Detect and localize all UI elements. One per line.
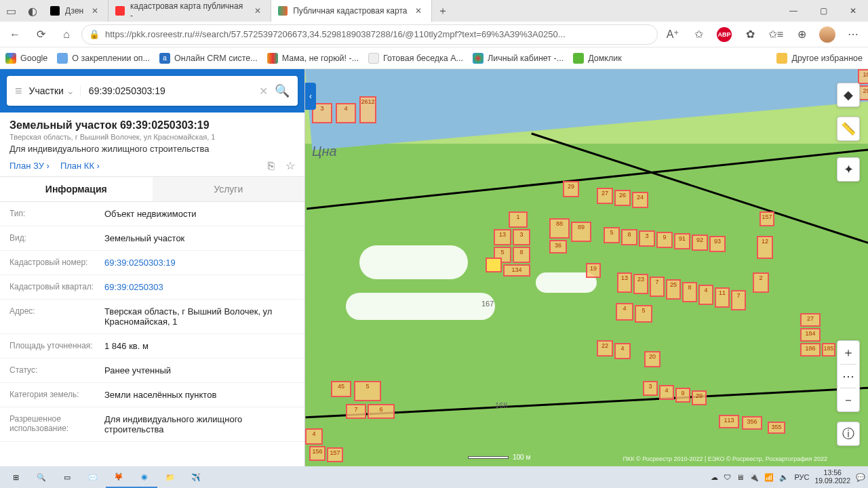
plan-zu-link[interactable]: План ЗУ › (9, 161, 50, 171)
search-header: ≡ Участки ⌄ ✕ 🔍 (0, 69, 304, 113)
close-button[interactable]: ✕ (838, 0, 868, 22)
info-icon: ⓘ (837, 422, 860, 445)
info-button[interactable]: ⓘ (837, 422, 860, 446)
tray-icon[interactable]: 🔌 (749, 473, 759, 482)
info-row: Вид:Земельный участок (0, 226, 304, 251)
object-address: Тверская область, г Вышний Волочек, ул К… (9, 133, 295, 141)
locate-button[interactable]: ✦ (837, 157, 860, 182)
zoom-control: ＋ ⋯ － (837, 340, 860, 412)
bookmarks-bar: Google О закреплении оп... aОнлайн CRM с… (0, 47, 868, 69)
measure-button[interactable]: 📏 (837, 117, 860, 141)
favorite-button[interactable]: ✩ (688, 24, 709, 45)
zoom-out-button[interactable]: － (837, 388, 860, 411)
zoom-dots[interactable]: ⋯ (837, 365, 860, 388)
target-icon: ✦ (837, 158, 860, 181)
home-button[interactable]: ⌂ (56, 24, 77, 45)
app-icon: ◐ (22, 0, 43, 22)
ruler-icon: 📏 (837, 117, 860, 140)
bookmark-item[interactable]: Мама, не горюй! -... (267, 53, 359, 64)
maximize-button[interactable]: ▢ (808, 0, 838, 22)
close-icon[interactable]: ✕ (252, 6, 264, 16)
object-title: Земельный участок 69:39:0250303:19 (9, 119, 295, 131)
profile-avatar[interactable] (816, 24, 838, 45)
search-input[interactable] (85, 85, 255, 96)
map-scale: 100 м (468, 453, 530, 461)
tray-icon[interactable]: ☁ (711, 473, 718, 482)
telegram-app[interactable]: ✈️ (183, 466, 209, 488)
block-label: 167 (481, 300, 494, 308)
start-button[interactable]: ⊞ (3, 466, 28, 488)
info-table: Тип:Объект недвижимости Вид:Земельный уч… (0, 202, 304, 466)
chevron-down-icon: ⌄ (66, 85, 75, 96)
mail-app[interactable]: ✉️ (80, 466, 106, 488)
bookmark-item[interactable]: О закреплении оп... (57, 53, 150, 64)
other-bookmarks-button[interactable]: Другое избранное (776, 53, 863, 64)
firefox-app[interactable]: 🦊 (106, 466, 132, 488)
bookmark-item[interactable]: Готовая беседка А... (368, 53, 463, 64)
info-row: Разрешенное использование:Для индивидуал… (0, 407, 304, 442)
layers-button[interactable]: ◆ (837, 83, 860, 107)
windows-taskbar: ⊞ 🔍 ▭ ✉️ 🦊 ◉ 📁 ✈️ ☁ 🛡 🖥 🔌 📶 🔈 РУС 13:56 … (0, 466, 868, 488)
map-canvas[interactable]: Цна 3 4 2612 102 298 1 13 3 5 8 134 29 2… (305, 69, 868, 466)
info-row: Тип:Объект недвижимости (0, 202, 304, 226)
zoom-in-button[interactable]: ＋ (837, 341, 860, 364)
taskview-button[interactable]: ▭ (54, 466, 80, 488)
tab-yandex-search[interactable]: кадастровая карта публичная - ✕ (108, 0, 271, 22)
layers-icon: ◆ (837, 83, 860, 106)
bookmark-item[interactable]: aОнлайн CRM систе... (159, 53, 258, 64)
tray-icon[interactable]: 🔈 (779, 473, 789, 482)
block-label: 168 (495, 401, 507, 409)
tab-pkk[interactable]: Публичная кадастровая карта ✕ (271, 0, 432, 22)
search-button[interactable]: 🔍 (28, 466, 54, 488)
minimize-button[interactable]: — (778, 0, 808, 22)
bookmark-item[interactable]: Личный кабинет -... (473, 53, 564, 64)
browser-address-bar: ← ⟳ ⌂ 🔒 https://pkk.rosreestr.ru/#/searc… (0, 22, 868, 47)
cadastral-number-link[interactable]: 69:39:0250303:19 (104, 258, 295, 268)
menu-icon[interactable]: ≡ (12, 84, 25, 98)
river-label: Цна (312, 144, 337, 159)
close-icon[interactable]: ✕ (412, 6, 425, 16)
system-tray: ☁ 🛡 🖥 🔌 📶 🔈 РУС 13:56 19.09.2022 💬 (711, 469, 865, 485)
copy-link-icon[interactable]: ⎘ (268, 160, 275, 172)
panel-tabs: Информация Услуги (0, 176, 304, 202)
tray-icon[interactable]: 📶 (764, 473, 774, 482)
explorer-app[interactable]: 📁 (157, 466, 183, 488)
tab-services[interactable]: Услуги (153, 177, 305, 201)
info-row: Кадастровый квартал:69:39:0250303 (0, 275, 304, 300)
tray-icon[interactable]: 🛡 (724, 473, 731, 481)
notifications-button[interactable]: 💬 (856, 473, 865, 482)
clock[interactable]: 13:56 19.09.2022 (814, 469, 850, 485)
extensions-button[interactable]: ✿ (739, 24, 761, 45)
tab-label: Публичная кадастровая карта (293, 6, 407, 16)
tray-lang[interactable]: РУС (794, 473, 809, 481)
search-icon[interactable]: 🔍 (272, 83, 292, 98)
sidebar-toggle-icon[interactable]: ▭ (0, 0, 22, 22)
bookmark-item[interactable]: Домклик (573, 53, 622, 64)
tab-dzen[interactable]: Дзен ✕ (43, 0, 108, 22)
object-usage: Для индивидуального жилищного строительс… (9, 144, 295, 154)
reader-mode-button[interactable]: A⁺ (662, 24, 684, 45)
bookmark-google[interactable]: Google (5, 53, 47, 64)
close-icon[interactable]: ✕ (89, 6, 101, 16)
info-row: Кадастровый номер:69:39:0250303:19 (0, 251, 304, 275)
tab-info[interactable]: Информация (0, 177, 153, 201)
map-attribution: ПКК © Росреестр 2010-2022 | ЕЭКО © Росре… (623, 455, 827, 462)
collapse-sidebar-button[interactable]: ‹ (305, 83, 316, 110)
selected-parcel (486, 258, 502, 272)
tray-icon[interactable]: 🖥 (736, 473, 744, 481)
cadastral-block-link[interactable]: 69:39:0250303 (104, 282, 295, 292)
star-icon[interactable]: ☆ (285, 159, 295, 172)
refresh-button[interactable]: ⟳ (30, 24, 52, 45)
more-menu-button[interactable]: ⋯ (842, 24, 864, 45)
plan-kk-link[interactable]: План КК › (60, 161, 100, 171)
favorites-list-button[interactable]: ✩≡ (765, 24, 787, 45)
collections-button[interactable]: ⊕ (791, 24, 812, 45)
info-sidebar: ≡ Участки ⌄ ✕ 🔍 Земельный участок 69:39:… (0, 69, 305, 466)
url-field[interactable]: 🔒 https://pkk.rosreestr.ru/#/search/57.5… (81, 24, 658, 45)
adblock-icon[interactable]: ABP (713, 24, 735, 45)
new-tab-button[interactable]: ＋ (432, 0, 454, 22)
edge-app[interactable]: ◉ (132, 466, 157, 488)
back-button[interactable]: ← (4, 24, 26, 45)
clear-icon[interactable]: ✕ (259, 85, 268, 98)
search-type-select[interactable]: Участки ⌄ (29, 85, 81, 96)
